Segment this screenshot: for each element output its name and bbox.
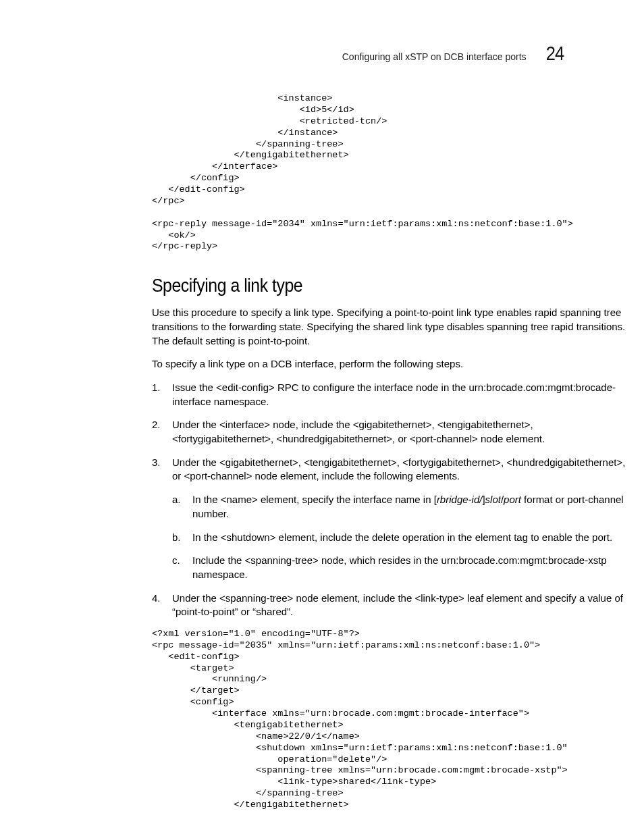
var-slot: slot bbox=[485, 494, 501, 505]
intro-paragraph-2: To specify a link type on a DCB interfac… bbox=[152, 357, 631, 371]
substep-a: In the <name> element, specify the inter… bbox=[172, 493, 631, 521]
code-block-1: <instance> <id>5</id> <retricted-tcn/> <… bbox=[152, 93, 564, 253]
step-1-text: Issue the <edit-config> RPC to configure… bbox=[172, 382, 616, 407]
step-2-text: Under the <interface> node, include the … bbox=[172, 419, 545, 444]
chapter-number: 24 bbox=[545, 42, 564, 65]
step-3-lead: Under the <gigabitethernet>, <tengigabit… bbox=[172, 457, 625, 482]
substep-b: In the <shutdown> element, include the d… bbox=[172, 531, 631, 545]
step-4-text: Under the <spanning-tree> node element, … bbox=[172, 592, 623, 618]
substep-c-text: Include the <spanning-tree> node, which … bbox=[192, 554, 607, 580]
substep-b-text: In the <shutdown> element, include the d… bbox=[192, 531, 612, 543]
procedure-steps: Issue the <edit-config> RPC to configure… bbox=[152, 381, 631, 619]
step-1: Issue the <edit-config> RPC to configure… bbox=[152, 381, 631, 409]
var-port: port bbox=[504, 494, 521, 505]
step-2: Under the <interface> node, include the … bbox=[152, 418, 631, 446]
section-heading: Specifying a link type bbox=[152, 276, 531, 296]
running-header: Configuring all xSTP on DCB interface po… bbox=[342, 42, 564, 65]
step-3: Under the <gigabitethernet>, <tengigabit… bbox=[152, 456, 631, 582]
header-title: Configuring all xSTP on DCB interface po… bbox=[342, 51, 527, 62]
substep-c: Include the <spanning-tree> node, which … bbox=[172, 554, 631, 581]
code-block-2: <?xml version="1.0" encoding="UTF-8"?> <… bbox=[152, 629, 564, 811]
substeps: In the <name> element, specify the inter… bbox=[172, 493, 631, 581]
step-4: Under the <spanning-tree> node element, … bbox=[152, 592, 631, 619]
intro-paragraph-1: Use this procedure to specify a link typ… bbox=[152, 306, 631, 348]
var-rbridge: rbridge-id/ bbox=[437, 494, 483, 505]
substep-a-pre: In the <name> element, specify the inter… bbox=[192, 494, 437, 505]
